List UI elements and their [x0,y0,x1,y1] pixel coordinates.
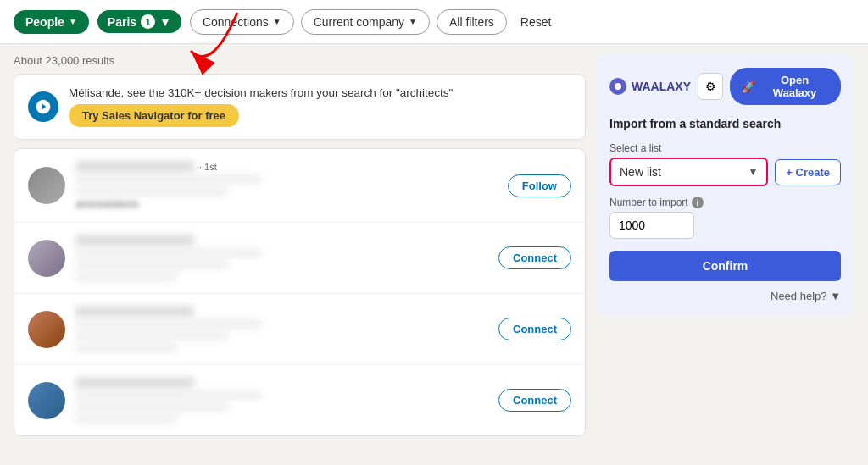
number-section: Number to import i [609,197,841,239]
company-chevron-icon: ▼ [409,17,417,26]
person-info [75,377,488,423]
person-link [75,186,228,196]
follow-label: Follow [522,180,557,192]
confirm-button[interactable]: Confirm [609,251,841,281]
confirm-label: Confirm [703,259,748,273]
connect-button[interactable]: Connect [498,318,571,340]
select-list-section: Select a list New list ▼ + Create [609,142,841,186]
person-name: · 1st [75,161,498,173]
person-link [75,331,228,340]
people-chevron-icon: ▼ [69,17,77,26]
person-info [75,235,488,281]
rocket-icon: 🚀 [742,80,755,93]
results-count: About 23,000 results [14,54,586,67]
person-location [75,343,177,352]
select-list-label: Select a list [609,142,841,154]
avatar [28,240,65,277]
promo-content: Mélisande, see the 310K+ decision makers… [69,86,453,127]
follow-button[interactable]: Follow [508,174,571,197]
person-list: · 1st ams/solutions- Follow [14,148,586,436]
open-waalaxy-button[interactable]: 🚀 Open Waalaxy [730,68,841,105]
person-name [75,306,488,318]
select-chevron-icon: ▼ [748,166,758,178]
select-row: New list ▼ + Create [609,158,841,186]
person-title [75,319,262,329]
current-company-filter-button[interactable]: Current company ▼ [301,9,430,35]
paris-badge: 1 [141,14,155,29]
connections-label: Connections [203,15,269,29]
waalaxy-header: WAALAXY ⚙ 🚀 Open Waalaxy [609,68,841,105]
connections-filter-button[interactable]: Connections ▼ [190,9,294,35]
table-row: · 1st ams/solutions- Follow [14,149,585,223]
connect-label: Connect [513,323,557,335]
waalaxy-logo-icon [609,78,626,95]
connect-button[interactable]: Connect [498,389,571,412]
paris-label: Paris [108,15,136,29]
sales-navigator-button[interactable]: Try Sales Navigator for free [69,104,239,127]
select-value: New list [620,165,661,179]
sales-nav-label: Try Sales Navigator for free [82,109,225,122]
person-url: ams/solutions- [75,198,498,210]
import-section: Import from a standard search Select a l… [609,117,841,302]
waalaxy-logo: WAALAXY [609,78,691,95]
person-title [75,390,262,400]
person-title [75,248,262,257]
avatar [28,382,65,419]
person-title [75,174,262,184]
table-row: Connect [14,365,585,435]
person-info [75,306,488,352]
reset-button[interactable]: Reset [514,10,559,34]
create-label: + Create [786,166,830,179]
need-help[interactable]: Need help? ▼ [609,290,841,302]
waalaxy-logo-text: WAALAXY [632,80,691,93]
info-icon: i [692,197,704,208]
need-help-text: Need help? [771,290,827,302]
avatar [28,311,65,348]
person-name-blurred [75,377,194,389]
number-input[interactable] [609,212,694,239]
import-title: Import from a standard search [609,117,841,130]
table-row: Connect [14,223,585,294]
svg-point-1 [615,83,621,90]
person-name-blurred [75,161,194,173]
connect-label: Connect [513,394,557,407]
table-row: Connect [14,294,585,365]
left-panel: About 23,000 results Mélisande, see the … [14,54,586,436]
open-waalaxy-label: Open Waalaxy [760,74,829,99]
list-select[interactable]: New list ▼ [609,158,768,186]
person-info: · 1st ams/solutions- [75,161,498,210]
promo-icon [28,91,58,122]
right-panel: WAALAXY ⚙ 🚀 Open Waalaxy Import from a s… [596,54,854,436]
create-list-button[interactable]: + Create [775,159,841,185]
reset-label: Reset [520,15,552,29]
all-filters-label: All filters [449,15,494,29]
number-label-text: Number to import [609,197,688,208]
avatar [28,167,65,204]
connect-label: Connect [513,252,557,264]
paris-chevron-icon: ▼ [159,15,171,29]
connect-button[interactable]: Connect [498,246,571,269]
paris-filter-button[interactable]: Paris 1 ▼ [96,8,183,35]
number-label: Number to import i [609,197,841,208]
people-label: People [25,15,64,29]
main-container: About 23,000 results Mélisande, see the … [0,44,868,446]
person-location [75,414,177,423]
top-bar: People ▼ Paris 1 ▼ Connections ▼ Current… [0,0,868,44]
degree-badge: · 1st [199,162,217,172]
people-filter-button[interactable]: People ▼ [14,10,89,34]
person-name [75,235,488,246]
gear-button[interactable]: ⚙ [698,73,723,100]
promo-banner: Mélisande, see the 310K+ decision makers… [14,74,586,140]
promo-text: Mélisande, see the 310K+ decision makers… [69,86,453,99]
person-name [75,377,488,389]
person-name-blurred [75,235,194,246]
current-company-label: Current company [314,15,404,29]
person-link [75,402,228,412]
waalaxy-card: WAALAXY ⚙ 🚀 Open Waalaxy Import from a s… [596,54,854,316]
connections-chevron-icon: ▼ [273,17,281,26]
all-filters-button[interactable]: All filters [437,9,507,35]
person-link [75,260,228,269]
person-name-blurred [75,306,194,318]
person-location [75,272,177,281]
gear-icon: ⚙ [705,80,716,93]
